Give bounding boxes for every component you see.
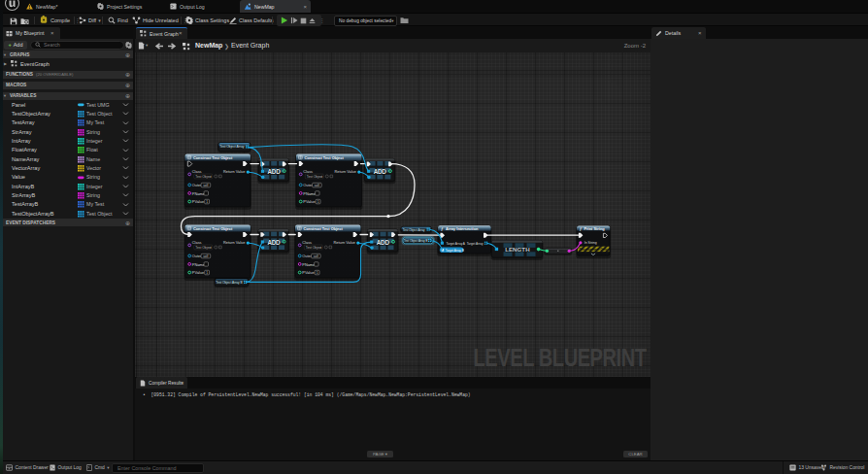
svg-text:PName: PName bbox=[192, 262, 205, 267]
svg-text:Target Array: Target Array bbox=[467, 242, 484, 246]
svg-text:Test Object Array B: Test Object Array B bbox=[216, 281, 242, 285]
svg-text:ADD: ADD bbox=[377, 239, 390, 246]
svg-text:Return Value: Return Value bbox=[333, 240, 354, 245]
svg-text:Outer: Outer bbox=[302, 254, 312, 258]
svg-text:ADD: ADD bbox=[267, 239, 281, 246]
svg-text:Outer: Outer bbox=[192, 254, 202, 258]
svg-text:ADD: ADD bbox=[267, 168, 281, 175]
svg-text:Print String: Print String bbox=[584, 226, 606, 231]
svg-text:Target Array A: Target Array A bbox=[447, 242, 466, 246]
svg-text:Test Object Array: Test Object Array bbox=[219, 145, 244, 149]
svg-text:Return Value: Return Value bbox=[334, 169, 355, 174]
svg-text:PValue: PValue bbox=[192, 270, 204, 275]
svg-text:Return Value: Return Value bbox=[223, 169, 245, 174]
svg-text:Development Only: Development Only bbox=[580, 248, 608, 252]
svg-text:Construct Test Object: Construct Test Object bbox=[303, 226, 343, 231]
svg-text:Construct Test Object: Construct Test Object bbox=[193, 155, 233, 160]
svg-text:Test Object Array: Test Object Array bbox=[403, 228, 425, 232]
svg-text:Outer: Outer bbox=[303, 183, 313, 187]
svg-text:PValue: PValue bbox=[302, 270, 314, 275]
svg-text:PName: PName bbox=[192, 191, 205, 196]
svg-text:1: 1 bbox=[206, 200, 208, 204]
svg-text:Array Intersection: Array Intersection bbox=[446, 226, 479, 231]
svg-text:Outer: Outer bbox=[192, 183, 202, 187]
svg-text:Construct Test Object: Construct Test Object bbox=[304, 155, 344, 160]
svg-text:self: self bbox=[315, 184, 319, 187]
svg-text:1: 1 bbox=[317, 271, 318, 275]
svg-text:self: self bbox=[203, 254, 208, 258]
svg-text:self: self bbox=[203, 184, 208, 187]
svg-text:Return Value: Return Value bbox=[223, 240, 245, 245]
svg-text:1: 1 bbox=[317, 200, 319, 204]
svg-text:self: self bbox=[314, 254, 318, 258]
svg-text:Target Array B: Target Array B bbox=[446, 249, 464, 253]
svg-text:In String: In String bbox=[584, 241, 597, 245]
svg-text:ADD: ADD bbox=[374, 168, 387, 175]
svg-text:Test Object Array B: Test Object Array B bbox=[404, 239, 428, 243]
svg-text:PValue: PValue bbox=[303, 199, 315, 204]
svg-text:Class: Class bbox=[302, 240, 312, 245]
svg-text:Class: Class bbox=[192, 169, 202, 174]
svg-text:LENGTH: LENGTH bbox=[505, 246, 530, 253]
svg-text:PName: PName bbox=[303, 191, 316, 196]
svg-text:Class: Class bbox=[303, 169, 313, 174]
svg-text:PName: PName bbox=[302, 262, 315, 267]
svg-text:1: 1 bbox=[206, 271, 208, 275]
svg-text:PValue: PValue bbox=[192, 199, 204, 204]
svg-text:Class: Class bbox=[192, 240, 202, 245]
svg-text:Construct Test Object: Construct Test Object bbox=[193, 226, 233, 231]
